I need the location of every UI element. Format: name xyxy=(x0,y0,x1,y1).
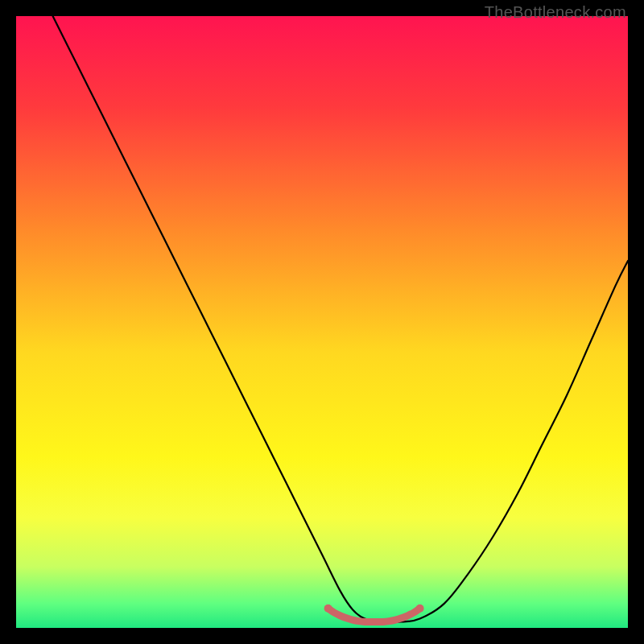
watermark-text: TheBottleneck.com xyxy=(485,3,626,22)
optimal-range-endpoint xyxy=(324,605,332,613)
chart-curves xyxy=(16,16,628,628)
bottleneck-curve xyxy=(53,16,628,622)
optimal-range-endpoint xyxy=(416,605,424,613)
plot-area xyxy=(16,16,628,628)
optimal-range-marker xyxy=(328,609,420,622)
